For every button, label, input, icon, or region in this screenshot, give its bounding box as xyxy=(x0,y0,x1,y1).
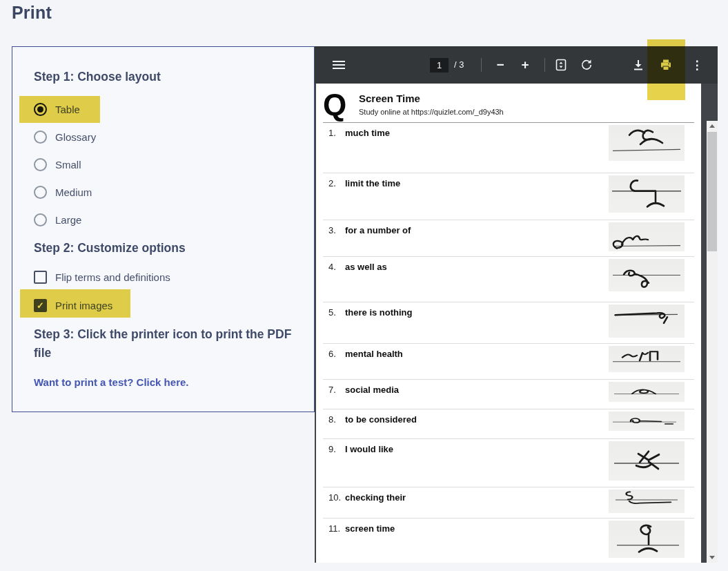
checkbox-checked-icon[interactable]: ✓ xyxy=(34,299,47,312)
term-text: as well as xyxy=(345,262,387,272)
hamburger-glyph xyxy=(333,61,345,69)
term-number: 6. xyxy=(328,349,345,359)
toolbar-divider xyxy=(544,58,545,72)
page-number-input[interactable] xyxy=(430,58,449,72)
document-subtitle: Study online at https://quizlet.com/_d9y… xyxy=(359,108,504,116)
term-number: 3. xyxy=(328,225,345,235)
term-row: 3.for a number of xyxy=(323,220,694,256)
pdf-toolbar: / 3 − + xyxy=(315,46,718,84)
term-row: 4.as well as xyxy=(323,256,694,302)
scroll-up-icon[interactable] xyxy=(707,121,718,131)
layout-option-large[interactable]: Large xyxy=(34,212,81,227)
layout-option-label: Glossary xyxy=(55,131,96,143)
step1-heading: Step 1: Choose layout xyxy=(34,68,161,86)
layout-option-label: Medium xyxy=(55,186,92,198)
checkbox-unchecked-icon[interactable] xyxy=(34,271,47,284)
term-row: 10.checking their xyxy=(323,487,694,518)
term-text: social media xyxy=(345,385,399,395)
term-text: checking their xyxy=(345,492,406,503)
term-number: 5. xyxy=(328,307,345,318)
term-number: 9. xyxy=(328,444,345,454)
term-row: 1.much time xyxy=(323,122,694,173)
term-row: 8.to be considered xyxy=(323,409,694,438)
pdf-content-area: Q Screen Time Study online at https://qu… xyxy=(315,84,718,563)
option-flip-terms[interactable]: Flip terms and definitions xyxy=(34,269,170,284)
term-text: screen time xyxy=(345,523,395,534)
term-number: 8. xyxy=(328,414,345,425)
term-image xyxy=(609,441,685,481)
layout-option-label: Large xyxy=(55,214,81,226)
radio-icon[interactable] xyxy=(34,186,47,199)
term-image xyxy=(609,175,685,213)
layout-option-glossary[interactable]: Glossary xyxy=(34,129,96,144)
scroll-down-icon[interactable] xyxy=(707,552,718,563)
layout-option-table[interactable]: Table xyxy=(34,101,80,117)
customize-option-label: Flip terms and definitions xyxy=(55,271,170,283)
pdf-page: Q Screen Time Study online at https://qu… xyxy=(316,84,701,563)
rotate-icon[interactable] xyxy=(578,56,596,74)
term-text: much time xyxy=(345,128,390,138)
term-number: 2. xyxy=(328,178,345,188)
option-print-images[interactable]: ✓ Print images xyxy=(34,298,112,313)
radio-selected-icon[interactable] xyxy=(34,103,47,116)
step3-heading: Step 3: Click the printer icon to print … xyxy=(34,325,310,362)
term-row: 6.mental health xyxy=(323,343,694,379)
term-text: I would like xyxy=(345,444,393,454)
term-text: mental health xyxy=(345,349,403,359)
term-image xyxy=(609,490,685,513)
term-text: limit the time xyxy=(345,178,400,188)
term-text: there is nothing xyxy=(345,307,413,318)
fit-to-page-icon[interactable] xyxy=(552,56,570,74)
term-image xyxy=(609,259,685,291)
print-test-link[interactable]: Want to print a test? Click here. xyxy=(34,376,188,388)
term-image xyxy=(609,125,685,161)
term-image xyxy=(609,304,685,338)
term-number: 4. xyxy=(328,262,345,272)
term-image xyxy=(609,412,685,431)
zoom-out-button[interactable]: − xyxy=(491,56,509,74)
pdf-viewer: / 3 − + xyxy=(315,46,718,563)
term-row: 11.screen time xyxy=(323,518,694,563)
term-image xyxy=(609,382,685,402)
term-row: 9.I would like xyxy=(323,438,694,487)
term-image xyxy=(609,346,685,372)
toolbar-divider xyxy=(481,58,482,72)
radio-icon[interactable] xyxy=(34,213,47,226)
step2-heading: Step 2: Customize options xyxy=(34,239,186,258)
term-row: 7.social media xyxy=(323,379,694,409)
page-title: Print xyxy=(12,3,52,23)
layout-option-small[interactable]: Small xyxy=(34,157,81,172)
page-count-label: / 3 xyxy=(454,59,464,70)
layout-option-medium[interactable]: Medium xyxy=(34,184,92,200)
pdf-scrollbar[interactable] xyxy=(707,121,718,563)
radio-icon[interactable] xyxy=(34,130,47,144)
term-number: 7. xyxy=(328,385,345,395)
term-text: to be considered xyxy=(345,414,417,425)
layout-option-label: Small xyxy=(55,159,81,171)
term-number: 10. xyxy=(328,492,345,503)
zoom-in-button[interactable]: + xyxy=(516,56,534,74)
radio-icon[interactable] xyxy=(34,158,47,171)
document-title: Screen Time xyxy=(359,93,420,104)
term-image xyxy=(609,222,685,251)
more-options-icon[interactable]: ⋮ xyxy=(688,56,706,74)
print-options-panel: Step 1: Choose layout Table Glossary Sma… xyxy=(12,46,315,412)
customize-option-label: Print images xyxy=(55,300,112,311)
layout-option-label: Table xyxy=(55,104,80,115)
print-icon[interactable] xyxy=(657,56,675,74)
hamburger-menu-icon[interactable] xyxy=(330,56,348,74)
term-text: for a number of xyxy=(345,225,411,235)
download-icon[interactable] xyxy=(629,56,647,74)
term-number: 11. xyxy=(328,523,345,534)
term-number: 1. xyxy=(328,128,345,138)
scrollbar-thumb[interactable] xyxy=(707,132,717,251)
term-row: 5.there is nothing xyxy=(323,302,694,343)
quizlet-logo: Q xyxy=(323,88,346,122)
term-row: 2.limit the time xyxy=(323,173,694,220)
term-image xyxy=(609,521,685,558)
